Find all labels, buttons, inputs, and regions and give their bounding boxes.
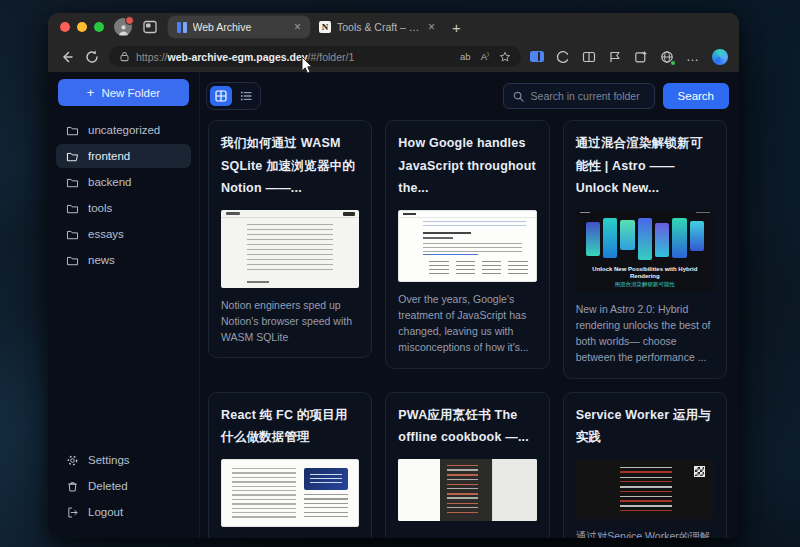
article-description: Notion engineers sped up Notion's browse…: [221, 297, 359, 346]
folder-icon: [66, 176, 79, 189]
article-description: 组件内部状态用 useState、useReducer 足够，跨组件数据共享用 …: [221, 536, 359, 538]
tab-notion-blog[interactable]: N Tools & Craft – Notion Blog ×: [310, 16, 444, 38]
folder-label: uncategorized: [88, 124, 160, 136]
sidebar-item-essays[interactable]: essays: [56, 222, 191, 246]
tab-title: Tools & Craft – Notion Blog: [337, 21, 422, 33]
article-description: 通过对Service Worker的理解和 Workbox的应用，可以进一步提升…: [576, 528, 714, 538]
article-title: Service Worker 运用与实践: [576, 404, 714, 449]
list-icon: [240, 90, 252, 102]
footer-label: Settings: [88, 454, 130, 466]
article-title: 我们如何通过 WASM SQLite 加速浏览器中的 Notion ——...: [221, 132, 359, 200]
url-text: https://web-archive-egm.pages.dev/#/fold…: [136, 51, 454, 63]
qr-code: [694, 466, 705, 477]
article-title: React 纯 FC 的项目用什么做数据管理: [221, 404, 359, 449]
article-card[interactable]: React 纯 FC 的项目用什么做数据管理 组件内部状态用 useState、…: [208, 392, 372, 538]
article-card[interactable]: 通过混合渲染解锁新可能性 | Astro —— Unlock New... Un…: [563, 120, 727, 379]
new-tab-button[interactable]: +: [452, 20, 461, 35]
tab-switcher-icon[interactable]: [142, 19, 158, 35]
sidebar-item-news[interactable]: news: [56, 248, 191, 272]
folder-label: backend: [88, 176, 131, 188]
web-archive-app: + New Folder uncategorized frontend back…: [48, 72, 739, 538]
article-card[interactable]: PWA应用烹饪书 The offline cookbook —...: [385, 392, 549, 538]
search-icon: [513, 91, 524, 102]
folder-label: tools: [88, 202, 112, 214]
tab-strip: Web Archive × N Tools & Craft – Notion B…: [48, 13, 739, 41]
new-collection-icon[interactable]: [634, 50, 648, 64]
person-icon: [117, 23, 130, 36]
tab-title: Web Archive: [193, 21, 288, 33]
lock-icon: [119, 51, 130, 62]
browser-window: Web Archive × N Tools & Craft – Notion B…: [48, 13, 739, 538]
list-view-button[interactable]: [235, 86, 257, 106]
reload-icon[interactable]: [84, 49, 100, 65]
address-bar-actions: ab A): [460, 51, 511, 63]
search-area: Search: [503, 83, 729, 109]
article-thumbnail: [398, 210, 536, 282]
close-tab-icon[interactable]: ×: [428, 21, 435, 33]
browser-essentials-icon[interactable]: [556, 50, 570, 64]
close-tab-icon[interactable]: ×: [294, 21, 301, 33]
article-title: How Google handles JavaScript throughout…: [398, 132, 536, 200]
thumbnail-subcaption: 用混合渲染解锁新可能性: [580, 281, 710, 288]
workspaces-icon[interactable]: [608, 50, 622, 64]
sidebar-item-uncategorized[interactable]: uncategorized: [56, 118, 191, 142]
article-card[interactable]: Service Worker 运用与实践 通过对Service Worker的理…: [563, 392, 727, 538]
notion-favicon: N: [319, 21, 331, 33]
extensions-globe-icon[interactable]: [660, 50, 674, 64]
copilot-icon[interactable]: [712, 49, 728, 65]
toolbar-extensions: …: [530, 49, 728, 65]
sidebar-footer: Settings Deleted Logout: [56, 448, 191, 524]
article-title: PWA应用烹饪书 The offline cookbook —...: [398, 404, 536, 449]
article-thumbnail: [398, 459, 536, 521]
read-aloud-icon[interactable]: A): [481, 51, 489, 62]
sidebar-item-frontend[interactable]: frontend: [56, 144, 191, 168]
sidebar-item-tools[interactable]: tools: [56, 196, 191, 220]
browser-toolbar: https://web-archive-egm.pages.dev/#/fold…: [48, 41, 739, 72]
article-card[interactable]: 我们如何通过 WASM SQLite 加速浏览器中的 Notion ——... …: [208, 120, 372, 358]
article-grid: 我们如何通过 WASM SQLite 加速浏览器中的 Notion ——... …: [206, 118, 729, 538]
plus-icon: +: [87, 86, 95, 99]
article-description: Over the years, Google's treatment of Ja…: [398, 291, 536, 356]
article-thumbnail: [221, 210, 359, 288]
search-input[interactable]: [531, 90, 645, 102]
split-screen-icon[interactable]: [530, 51, 544, 62]
profile-avatar[interactable]: [114, 18, 132, 36]
folder-icon: [66, 202, 79, 215]
main-content: Search 我们如何通过 WASM SQLite 加速浏览器中的 Notion…: [200, 72, 739, 538]
thumbnail-caption: Unlock New Possibilities with Hybrid Ren…: [580, 266, 710, 281]
sidebar-item-logout[interactable]: Logout: [56, 500, 191, 524]
favorite-star-icon[interactable]: [499, 51, 511, 63]
footer-label: Deleted: [88, 480, 128, 492]
sidebar-item-backend[interactable]: backend: [56, 170, 191, 194]
new-folder-label: New Folder: [101, 87, 160, 99]
search-button[interactable]: Search: [663, 83, 729, 109]
web-archive-favicon: [177, 22, 187, 33]
close-window-button[interactable]: [60, 22, 70, 32]
article-description: New in Astro 2.0: Hybrid rendering unloc…: [576, 301, 714, 366]
article-thumbnail: Unlock New Possibilities with Hybrid Ren…: [576, 210, 714, 292]
tab-web-archive[interactable]: Web Archive ×: [168, 16, 310, 38]
view-toggle: [206, 82, 261, 110]
grid-view-button[interactable]: [210, 86, 232, 106]
gear-icon: [66, 454, 79, 467]
translate-icon[interactable]: ab: [460, 52, 471, 62]
grid-icon: [215, 90, 227, 102]
folder-label: essays: [88, 228, 124, 240]
folder-label: frontend: [88, 150, 130, 162]
minimize-window-button[interactable]: [77, 22, 87, 32]
sidebar-item-settings[interactable]: Settings: [56, 448, 191, 472]
zoom-window-button[interactable]: [94, 22, 104, 32]
new-folder-button[interactable]: + New Folder: [58, 79, 189, 106]
folder-list: uncategorized frontend backend tools ess…: [56, 118, 191, 272]
search-box[interactable]: [503, 83, 655, 109]
address-bar[interactable]: https://web-archive-egm.pages.dev/#/fold…: [109, 46, 521, 67]
article-thumbnail: [221, 459, 359, 527]
more-menu-icon[interactable]: …: [686, 54, 700, 59]
sidebar-item-deleted[interactable]: Deleted: [56, 474, 191, 498]
sidebar: + New Folder uncategorized frontend back…: [48, 72, 200, 538]
window-controls: [60, 22, 104, 32]
article-card[interactable]: How Google handles JavaScript throughout…: [385, 120, 549, 369]
collections-icon[interactable]: [582, 50, 596, 64]
back-icon[interactable]: [59, 49, 75, 65]
status-dot: [670, 60, 676, 66]
